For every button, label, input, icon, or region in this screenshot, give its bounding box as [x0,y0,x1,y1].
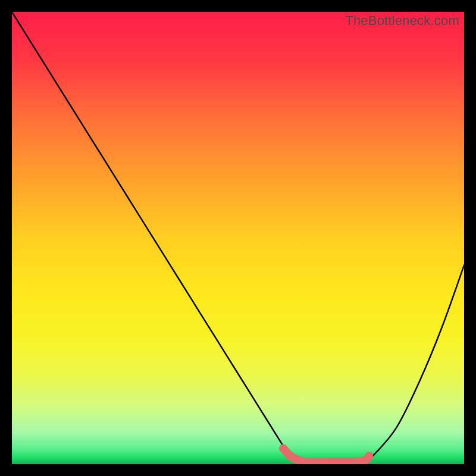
highlight-end-marker [365,452,372,459]
bottleneck-chart [12,12,464,464]
gradient-background [12,12,464,464]
watermark-text: TheBottleneck.com [345,13,459,29]
chart-frame: TheBottleneck.com [12,12,464,464]
